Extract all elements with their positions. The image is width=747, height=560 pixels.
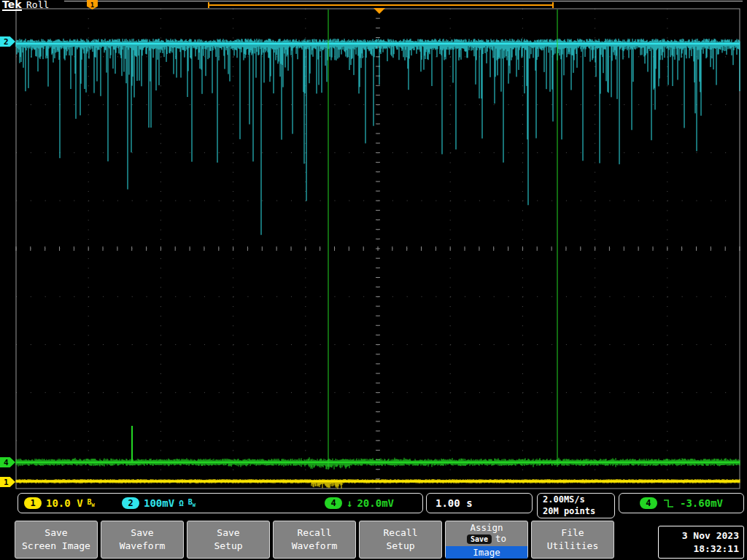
ch1-scale: 10.0 V [46, 497, 83, 509]
trigger-readout-box: 4 -3.60mV [619, 493, 744, 513]
ch2-scale: 100mV [144, 497, 174, 509]
falling-edge-icon [663, 499, 674, 508]
ch2-readout: 2 100mV Ω BW [122, 494, 196, 513]
horizontal-scale: 1.00 s [436, 497, 473, 509]
sample-rate: 2.00MS/s [543, 494, 585, 506]
softkey-file-utilities[interactable]: File Utilities [531, 521, 614, 559]
channel-readouts-box: 1 10.0 V BW 2 100mV Ω BW 4 ↓ 20.0mV [18, 493, 423, 513]
softkey-save-screen-image[interactable]: Save Screen Image [15, 521, 98, 559]
scope-display [0, 0, 747, 560]
screen-top-border [64, 1, 743, 1]
trigger-level: -3.60mV [680, 497, 723, 509]
assign-target-image: Image [446, 546, 527, 559]
ch2-impedance-icon: Ω [179, 499, 184, 508]
time-label: 18:32:11 [693, 543, 739, 555]
ch4-offset-arrow: ↓ [347, 497, 352, 509]
ch1-bandwidth-limit-icon: BW [88, 498, 95, 508]
ch4-readout: 4 ↓ 20.0mV [325, 494, 394, 513]
sample-rate-box: 2.00MS/s 20M points [537, 493, 615, 518]
ch1-readout: 1 10.0 V BW [24, 494, 95, 513]
ch4-badge: 4 [325, 497, 342, 509]
tek-logo: Tek [2, 0, 22, 11]
ch4-scale: 20.0mV [357, 497, 394, 509]
softkey-save-setup[interactable]: Save Setup [187, 521, 270, 559]
acquisition-mode-label: Roll [26, 0, 49, 9]
save-key-badge: Save [467, 534, 492, 544]
record-length: 20M points [543, 506, 595, 518]
softkey-recall-waveform[interactable]: Recall Waveform [273, 521, 356, 559]
horizontal-scale-box: 1.00 s [426, 493, 533, 513]
trigger-source-badge: 4 [640, 497, 657, 509]
softkey-assign-save-to[interactable]: Assign Save to Image [445, 521, 528, 559]
ch2-badge: 2 [122, 497, 139, 509]
softkey-save-waveform[interactable]: Save Waveform [101, 521, 184, 559]
ch1-badge: 1 [24, 497, 42, 509]
date-label: 3 Nov 2023 [682, 530, 739, 542]
softkey-recall-setup[interactable]: Recall Setup [359, 521, 442, 559]
datetime-box: 3 Nov 2023 18:32:11 [658, 526, 744, 559]
ch2-bandwidth-limit-icon: BW [188, 498, 196, 508]
